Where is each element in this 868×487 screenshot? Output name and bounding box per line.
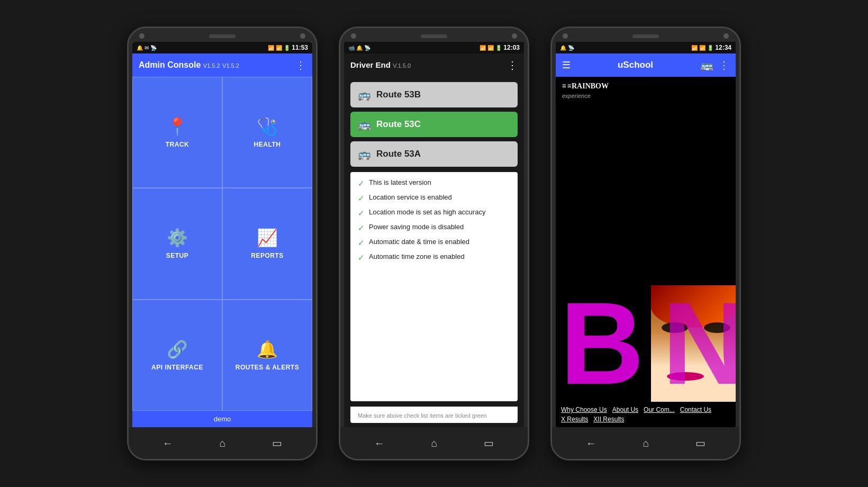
check-text-4: Power saving mode is disabled bbox=[369, 223, 464, 231]
route-53c-button[interactable]: 🚌 Route 53C bbox=[350, 112, 518, 137]
big-letter-N: N bbox=[662, 285, 736, 402]
setup-label: SETUP bbox=[166, 252, 189, 259]
api-label: API INTERFACE bbox=[151, 364, 203, 371]
nav-link-about-us[interactable]: About Us bbox=[612, 406, 638, 413]
nav-link-why-choose-us[interactable]: Why Choose Us bbox=[561, 406, 607, 413]
status-bar-phone3: 🔔 📡 📶 📶 🔋 12:34 bbox=[556, 42, 736, 53]
driver-app-title: Driver End bbox=[350, 60, 391, 69]
status-right-icons: 📶 📶 🔋 11:53 bbox=[268, 44, 308, 51]
p3-recents-nav-icon[interactable]: ▭ bbox=[695, 437, 706, 449]
route-53a-button[interactable]: 🚌 Route 53A bbox=[350, 141, 518, 167]
api-cell[interactable]: 🔗 API INTERFACE bbox=[132, 300, 222, 411]
phone-speaker-3 bbox=[632, 34, 659, 38]
route-53a-label: Route 53A bbox=[376, 149, 421, 159]
uschool-more-icon[interactable]: ⋮ bbox=[719, 59, 729, 71]
home-nav-icon[interactable]: ⌂ bbox=[219, 437, 225, 449]
app-version-text: V1.5.2 bbox=[222, 62, 239, 69]
routes-alerts-icon: 🔔 bbox=[257, 339, 278, 359]
phone-speaker bbox=[209, 34, 236, 38]
health-label: HEALTH bbox=[254, 141, 281, 148]
uschool-title: uSchool bbox=[618, 60, 653, 70]
p3-home-nav-icon[interactable]: ⌂ bbox=[643, 437, 649, 449]
notification-icons: 🔔 ✉ 📡 bbox=[137, 45, 157, 51]
setup-cell[interactable]: ⚙️ SETUP bbox=[132, 188, 222, 299]
nav-link-xii-results[interactable]: XII Results bbox=[593, 416, 624, 423]
p3-back-nav-icon[interactable]: ← bbox=[586, 437, 596, 449]
admin-grid: 📍 TRACK 🩺 HEALTH ⚙️ SETUP 📈 REPORTS 🔗 AP… bbox=[132, 77, 312, 411]
checklist-card: ✓ This is latest version ✓ Location serv… bbox=[350, 172, 518, 401]
route-53b-button[interactable]: 🚌 Route 53B bbox=[350, 82, 518, 107]
track-label: TRACK bbox=[166, 141, 189, 148]
driver-more-icon[interactable]: ⋮ bbox=[507, 59, 518, 71]
rainbow-banner: ≡ ≡RAINBOW experience bbox=[556, 77, 736, 102]
p2-signal-icon: 📶 bbox=[487, 45, 494, 51]
track-icon: 📍 bbox=[167, 116, 188, 137]
checkmark-1: ✓ bbox=[358, 179, 365, 188]
check-item-4: ✓ Power saving mode is disabled bbox=[358, 223, 510, 233]
route-53a-icon: 🚌 bbox=[358, 148, 371, 160]
phone-driver-end: 📹 🔔 📡 📶 📶 🔋 12:03 Driver End V.1.5.0 ⋮ 🚌… bbox=[339, 26, 529, 461]
health-cell[interactable]: 🩺 HEALTH bbox=[222, 77, 312, 188]
camera-dot-2 bbox=[351, 33, 356, 39]
phone1-screen: 🔔 ✉ 📡 📶 📶 🔋 11:53 Admin Console V1.5.2 V… bbox=[132, 42, 312, 427]
phone3-nav-bar: ← ⌂ ▭ bbox=[552, 427, 739, 459]
p3-status-right: 📶 📶 🔋 12:34 bbox=[691, 44, 731, 51]
p3-battery-icon: 🔋 bbox=[707, 45, 713, 51]
phone-admin-console: 🔔 ✉ 📡 📶 📶 🔋 11:53 Admin Console V1.5.2 V… bbox=[127, 26, 318, 461]
check-item-2: ✓ Location service is enabled bbox=[358, 193, 510, 203]
phone-uschool: 🔔 📡 📶 📶 🔋 12:34 ☰ uSchool 🚌 ⋮ ≡ bbox=[550, 26, 741, 461]
nav-link-x-results[interactable]: X Results bbox=[561, 416, 588, 423]
p2-back-nav-icon[interactable]: ← bbox=[374, 437, 385, 449]
more-options-icon[interactable]: ⋮ bbox=[295, 59, 306, 71]
check-item-1: ✓ This is latest version bbox=[358, 178, 510, 188]
status-bar-phone2: 📹 🔔 📡 📶 📶 🔋 12:03 bbox=[344, 42, 524, 53]
nav-link-contact[interactable]: Contact Us bbox=[680, 406, 711, 413]
big-letter-area: B N bbox=[556, 102, 736, 402]
status-left-icons: 🔔 ✉ 📡 bbox=[137, 45, 157, 51]
checkmark-2: ✓ bbox=[358, 194, 365, 203]
hamburger-icon[interactable]: ☰ bbox=[562, 59, 571, 71]
p2-recents-nav-icon[interactable]: ▭ bbox=[484, 437, 494, 449]
p3-wifi-icon: 📶 bbox=[691, 45, 698, 51]
sensor-dot bbox=[300, 33, 305, 39]
nav-link-our-com[interactable]: Our Com... bbox=[644, 406, 675, 413]
check-item-3: ✓ Location mode is set as high accuracy bbox=[358, 208, 510, 218]
p2-status-right: 📶 📶 🔋 12:03 bbox=[480, 44, 520, 51]
checklist-hint: Make sure above check list items are tic… bbox=[358, 412, 487, 419]
reports-icon: 📈 bbox=[257, 228, 278, 248]
p2-wifi-icon: 📶 bbox=[480, 45, 486, 51]
p2-left-icons: 📹 🔔 📡 bbox=[348, 45, 370, 51]
driver-header: Driver End V.1.5.0 ⋮ bbox=[344, 53, 524, 77]
phone2-screen: 📹 🔔 📡 📶 📶 🔋 12:03 Driver End V.1.5.0 ⋮ 🚌… bbox=[344, 42, 524, 427]
reports-cell[interactable]: 📈 REPORTS bbox=[222, 188, 312, 299]
uschool-nav-links: Why Choose Us About Us Our Com... Contac… bbox=[556, 402, 736, 427]
uschool-header: ☰ uSchool 🚌 ⋮ bbox=[556, 53, 736, 77]
routes-alerts-cell[interactable]: 🔔 ROUTES & ALERTS bbox=[222, 300, 312, 411]
checkmark-6: ✓ bbox=[358, 253, 365, 263]
track-cell[interactable]: 📍 TRACK bbox=[132, 77, 222, 188]
recents-nav-icon[interactable]: ▭ bbox=[272, 437, 282, 449]
uschool-header-actions: 🚌 ⋮ bbox=[700, 59, 729, 71]
routes-list: 🚌 Route 53B 🚌 Route 53C 🚌 Route 53A bbox=[344, 77, 524, 172]
wifi-icon: 📶 bbox=[268, 45, 274, 51]
status-bar-phone1: 🔔 ✉ 📡 📶 📶 🔋 11:53 bbox=[132, 42, 312, 53]
app-title: Admin Console bbox=[139, 60, 201, 69]
p3-clock: 12:34 bbox=[715, 44, 731, 51]
api-icon: 🔗 bbox=[167, 339, 188, 359]
battery-icon: 🔋 bbox=[284, 45, 290, 51]
phone2-nav-bar: ← ⌂ ▭ bbox=[340, 427, 528, 459]
big-letter-B: B bbox=[560, 285, 644, 402]
back-nav-icon[interactable]: ← bbox=[162, 437, 173, 449]
phone1-nav-bar: ← ⌂ ▭ bbox=[129, 427, 316, 459]
check-text-5: Automatic date & time is enabled bbox=[369, 238, 469, 246]
check-text-2: Location service is enabled bbox=[369, 193, 452, 201]
bus-icon[interactable]: 🚌 bbox=[700, 59, 713, 71]
phone3-screen: 🔔 📡 📶 📶 🔋 12:34 ☰ uSchool 🚌 ⋮ ≡ bbox=[556, 42, 736, 427]
app-version: V1.5.2 bbox=[203, 62, 220, 69]
p2-home-nav-icon[interactable]: ⌂ bbox=[431, 437, 437, 449]
admin-header-title-area: Admin Console V1.5.2 V1.5.2 bbox=[139, 60, 239, 70]
rainbow-title-area: ≡ ≡RAINBOW bbox=[562, 82, 729, 91]
uschool-content: ≡ ≡RAINBOW experience B bbox=[556, 77, 736, 427]
username: demo bbox=[214, 415, 231, 423]
sensor-dot-3 bbox=[724, 33, 729, 39]
